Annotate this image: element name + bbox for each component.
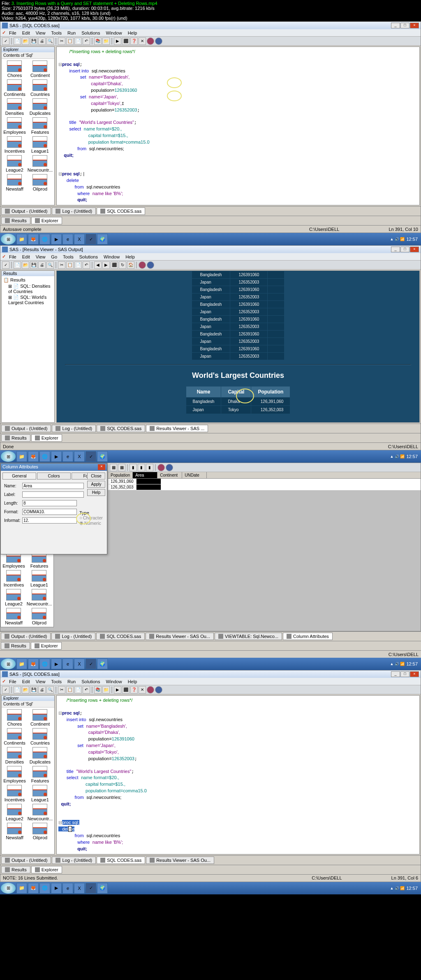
paste-icon[interactable]: 📄	[74, 37, 82, 45]
ball1-icon[interactable]	[139, 261, 146, 269]
table-icon[interactable]: ▦	[118, 464, 125, 471]
lib-item[interactable]: Oilprod	[27, 608, 52, 625]
help-icon[interactable]: ❓	[130, 686, 138, 694]
task-browser-icon[interactable]: 🌍	[97, 234, 108, 244]
tab-explorer-bottom[interactable]: Explorer	[31, 217, 62, 224]
lib-item[interactable]: Countries	[28, 728, 53, 745]
save-icon[interactable]: 💾	[30, 261, 37, 269]
lib-item[interactable]: Employees	[3, 766, 26, 783]
menu-help[interactable]: Help	[125, 30, 140, 36]
print-icon[interactable]: 🖨	[38, 37, 46, 45]
results-viewer[interactable]: Bangladesh126391060 Japan126352003 Bangl…	[56, 270, 420, 423]
lib-item[interactable]: Countries	[28, 79, 53, 97]
menu-solutions[interactable]: Solutions	[77, 254, 100, 260]
lib-item[interactable]: League2	[2, 589, 25, 606]
task-ie-icon[interactable]: e	[62, 883, 73, 894]
col-continent[interactable]: Continent	[157, 472, 182, 478]
task-sas-icon[interactable]: ✓	[86, 451, 96, 462]
task-chrome-icon[interactable]: 🌐	[39, 451, 50, 462]
data-grid[interactable]: Population Area Continent UNDate 126,391…	[108, 472, 421, 490]
lib-item[interactable]: Continents	[3, 79, 26, 97]
lib-item[interactable]: League1	[28, 785, 53, 802]
menu-view[interactable]: View	[33, 679, 48, 684]
task-ie-icon[interactable]: e	[62, 234, 73, 244]
tab-sql-codes[interactable]: SQL CODES.sas	[96, 633, 145, 640]
tab-output[interactable]: Output - (Untitled)	[1, 207, 51, 215]
menu-edit[interactable]: Edit	[20, 254, 32, 260]
back-icon[interactable]: ◀	[94, 261, 102, 269]
menu-help[interactable]: Help	[125, 679, 140, 684]
lib-item[interactable]: League2	[3, 155, 26, 172]
ball2-icon[interactable]	[155, 686, 162, 694]
titlebar[interactable]: SAS - [Results Viewer - SAS Output] _ □ …	[0, 246, 421, 253]
menu-edit[interactable]: Edit	[20, 679, 32, 684]
lib-item[interactable]: League2	[3, 804, 26, 821]
toolbar-check-icon[interactable]: ✓	[2, 686, 9, 694]
new-icon[interactable]: 📄	[14, 261, 21, 269]
ball1-icon[interactable]	[157, 464, 165, 471]
new-icon[interactable]: 📄	[14, 686, 21, 694]
tab-explorer-bottom[interactable]: Explorer	[31, 642, 62, 649]
system-tray[interactable]: ▲ 🔊 📶 12:57	[388, 454, 420, 459]
col-icon[interactable]: ▮	[130, 464, 137, 471]
lib-item[interactable]: Duplicates	[28, 747, 53, 764]
task-media-icon[interactable]: ▶	[51, 883, 62, 894]
ball2-icon[interactable]	[147, 261, 154, 269]
refresh-icon[interactable]: ↻	[119, 261, 126, 269]
tab-colors[interactable]: Colors	[37, 473, 71, 480]
task-browser-icon[interactable]: 🌍	[97, 451, 108, 462]
tab-log[interactable]: Log - (Untitled)	[52, 425, 96, 432]
label-field[interactable]	[22, 491, 84, 498]
maximize-button[interactable]: □	[400, 23, 409, 28]
lib-item[interactable]: Oilprod	[28, 823, 53, 840]
tab-output[interactable]: Output - (Untitled)	[1, 425, 51, 432]
menu-window[interactable]: Window	[101, 254, 122, 260]
menu-solutions[interactable]: Solutions	[79, 679, 102, 684]
col-population[interactable]: Population	[108, 472, 133, 478]
lib-item[interactable]: Oilprod	[28, 174, 53, 191]
tab-general[interactable]: General	[2, 473, 36, 480]
tab-sql-codes[interactable]: SQL CODES.sas	[97, 425, 145, 432]
lib-item[interactable]: Newstaff	[3, 823, 26, 840]
lib-item[interactable]: Features	[28, 766, 53, 783]
explorer-icon[interactable]: 📁	[102, 37, 110, 45]
undo-icon[interactable]: ↶	[83, 261, 90, 269]
undo-icon[interactable]: ↶	[83, 37, 90, 45]
lib-item[interactable]: Densities	[3, 98, 26, 116]
copy-icon[interactable]: 📋	[66, 37, 74, 45]
lib-item[interactable]: Incentives	[2, 570, 25, 587]
task-browser-icon[interactable]: 🌍	[97, 659, 108, 669]
column-attributes-dialog[interactable]: Column Attributes × General Colors Fonts…	[0, 463, 107, 554]
ball2-icon[interactable]	[155, 37, 162, 45]
minimize-button[interactable]: _	[391, 671, 400, 677]
menu-view[interactable]: View	[33, 30, 48, 36]
tab-results-bottom[interactable]: Results	[1, 217, 30, 224]
run-icon[interactable]: ▶	[114, 686, 121, 694]
new-icon[interactable]: 📄	[14, 37, 21, 45]
tab-sql-codes[interactable]: SQL CODES.sas	[97, 207, 145, 215]
system-tray[interactable]: ▲ 🔊 📶 12:57	[388, 237, 420, 242]
print-icon[interactable]: 🖨	[38, 261, 46, 269]
tab-output[interactable]: Output - (Untitled)	[1, 857, 51, 864]
explorer-icon[interactable]: 📁	[102, 686, 110, 694]
undo-icon[interactable]: ↶	[83, 686, 90, 694]
open-icon[interactable]: 📂	[22, 686, 29, 694]
start-button[interactable]: ⊞	[1, 659, 16, 669]
menu-go[interactable]: Go	[49, 254, 60, 260]
ball2-icon[interactable]	[166, 464, 173, 471]
lib-item[interactable]: Continent	[28, 61, 53, 78]
toolbar-check-icon[interactable]: ✓	[2, 261, 9, 269]
length-field[interactable]	[22, 500, 77, 506]
results-node[interactable]: ⊞ 📄 SQL: World's Largest Countries	[2, 294, 53, 305]
task-firefox-icon[interactable]: 🦊	[28, 659, 39, 669]
minimize-button[interactable]: _	[391, 23, 400, 28]
task-excel-icon[interactable]: X	[74, 451, 85, 462]
radio-character[interactable]: ○ Character	[79, 515, 103, 520]
lib-item[interactable]: Newcountr...	[28, 155, 53, 172]
task-excel-icon[interactable]: X	[74, 234, 85, 244]
task-ie-icon[interactable]: e	[62, 451, 73, 462]
task-folder-icon[interactable]: 📁	[16, 451, 27, 462]
col-area[interactable]: Area	[133, 472, 157, 478]
menu-window[interactable]: Window	[104, 679, 125, 684]
run-icon[interactable]: ▶	[114, 37, 121, 45]
